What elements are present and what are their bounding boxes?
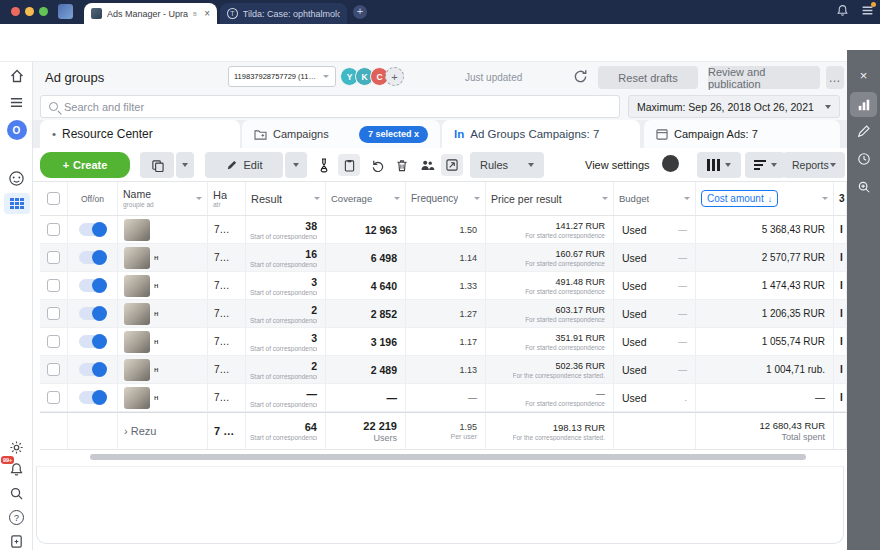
review-publication-button[interactable]: Review and publication [708, 66, 820, 89]
row-toggle-cell[interactable] [68, 300, 118, 327]
search-filter-field[interactable] [40, 95, 620, 118]
pages-icon[interactable] [0, 534, 33, 549]
col-ha[interactable]: Haatr [208, 182, 246, 215]
pin-chart-icon[interactable] [441, 154, 463, 176]
off-on-toggle[interactable] [79, 223, 106, 236]
tab-campaign-ads[interactable]: Campaign Ads: 7 [644, 120, 840, 148]
browser-tab-tilda[interactable]: T Tilda: Case: ophthalmolo [220, 3, 347, 24]
select-all-checkbox[interactable] [47, 192, 60, 205]
select-all-cell[interactable] [40, 182, 68, 215]
add-collaborator-button[interactable]: + [385, 67, 404, 86]
row-select-cell[interactable] [40, 356, 68, 383]
off-on-toggle[interactable] [79, 391, 106, 404]
table-row[interactable]: 7… 38Start of correspondence 12 963 1.50… [40, 216, 847, 244]
create-button[interactable]: + Create [40, 152, 130, 178]
col-name[interactable]: Namegroupie ad [118, 182, 208, 215]
selected-count-pill[interactable]: 7 selected x [359, 126, 428, 143]
account-dropdown[interactable]: 119837928757729 (11983792875772… [228, 66, 336, 87]
ab-test-flask-icon[interactable] [313, 154, 335, 176]
refresh-icon[interactable] [573, 69, 588, 84]
row-select-cell[interactable] [40, 328, 68, 355]
audience-people-icon[interactable] [416, 154, 438, 176]
clipboard-icon[interactable] [338, 154, 360, 176]
ads-table-icon-active[interactable] [0, 193, 33, 214]
col-budget[interactable]: Budget [614, 182, 696, 215]
chrome-menu-icon[interactable] [861, 4, 874, 17]
duplicate-caret-button[interactable] [176, 152, 194, 178]
col-coverage[interactable]: Coverage [326, 182, 406, 215]
pencil-icon[interactable] [847, 124, 880, 138]
row-checkbox[interactable] [47, 251, 60, 264]
row-checkbox[interactable] [47, 279, 60, 292]
account-avatar[interactable]: O [0, 120, 33, 140]
off-on-toggle[interactable] [79, 251, 106, 264]
zoom-search-icon[interactable] [847, 180, 880, 194]
row-select-cell[interactable] [40, 384, 68, 411]
row-toggle-cell[interactable] [68, 272, 118, 299]
breakdown-dropdown[interactable] [745, 152, 785, 178]
row-checkbox[interactable] [47, 223, 60, 236]
off-on-toggle[interactable] [79, 307, 106, 320]
reset-drafts-button[interactable]: Reset drafts [598, 66, 698, 89]
row-name-cell[interactable]: н [118, 244, 208, 271]
row-toggle-cell[interactable] [68, 328, 118, 355]
row-select-cell[interactable] [40, 244, 68, 271]
chart-icon-active[interactable] [847, 92, 880, 117]
col-off-on[interactable]: Off/on [68, 182, 118, 215]
row-name-cell[interactable]: н [118, 300, 208, 327]
col-result[interactable]: Result [246, 182, 326, 215]
browser-tab-ads-manager[interactable]: Ads Manager - Upra в × [84, 3, 217, 24]
tab-resource-center[interactable]: • Resource Center [40, 120, 240, 148]
home-icon[interactable] [0, 68, 33, 84]
table-row[interactable]: н 7… 16Start of correspondence 6 498 1.1… [40, 244, 847, 272]
row-checkbox[interactable] [47, 307, 60, 320]
col-price-per-result[interactable]: Price per result [486, 182, 614, 215]
off-on-toggle[interactable] [79, 335, 106, 348]
new-tab-button[interactable]: + [353, 5, 367, 19]
search-icon[interactable] [0, 486, 33, 501]
reports-dropdown[interactable]: Reports [783, 152, 845, 178]
menu-icon[interactable] [0, 96, 33, 109]
trash-icon[interactable] [391, 154, 413, 176]
tab-campaigns[interactable]: Campaigns 7 selected x [242, 120, 440, 148]
more-options-button[interactable]: … [826, 66, 844, 89]
col-frequency[interactable]: Frequency [406, 182, 486, 215]
off-on-toggle[interactable] [79, 279, 106, 292]
gear-icon[interactable] [0, 440, 33, 455]
traffic-light-close[interactable] [11, 7, 20, 16]
col-cost-amount-selected[interactable]: Cost amount↓ [696, 182, 834, 215]
traffic-light-minimize[interactable] [25, 7, 34, 16]
row-checkbox[interactable] [47, 363, 60, 376]
bell-icon[interactable] [0, 462, 33, 477]
edit-button[interactable]: Edit [205, 152, 283, 178]
undo-icon[interactable] [366, 154, 388, 176]
clock-icon[interactable] [847, 152, 880, 166]
row-name-cell[interactable]: н [118, 272, 208, 299]
duplicate-button[interactable] [140, 152, 174, 178]
edit-caret-button[interactable] [285, 152, 307, 178]
row-name-cell[interactable] [118, 216, 208, 243]
table-row[interactable]: н 7… 2Start of correspondence 2 852 1.27… [40, 300, 847, 328]
close-panel-icon[interactable]: × [847, 68, 880, 83]
row-name-cell[interactable]: н [118, 328, 208, 355]
row-select-cell[interactable] [40, 300, 68, 327]
notification-bell-icon[interactable] [836, 4, 849, 17]
table-row[interactable]: н 7… 3Start of correspondence 3 196 1.17… [40, 328, 847, 356]
rules-dropdown[interactable]: Rules [470, 152, 544, 178]
traffic-light-zoom[interactable] [39, 7, 48, 16]
table-row[interactable]: н 7… 3Start of correspondence 4 640 1.33… [40, 272, 847, 300]
row-checkbox[interactable] [47, 335, 60, 348]
row-toggle-cell[interactable] [68, 244, 118, 271]
search-input[interactable] [64, 101, 611, 113]
table-row[interactable]: н 7… —Start of correspondence — — —For s… [40, 384, 847, 412]
columns-dropdown[interactable] [697, 152, 741, 178]
date-range-dropdown[interactable]: Maximum: Sep 26, 2018 Oct 26, 2021 [628, 95, 840, 118]
help-icon[interactable]: ? [0, 510, 33, 525]
gauge-icon[interactable] [0, 170, 33, 187]
row-toggle-cell[interactable] [68, 356, 118, 383]
off-on-toggle[interactable] [79, 363, 106, 376]
row-name-cell[interactable]: н [118, 384, 208, 411]
row-toggle-cell[interactable] [68, 216, 118, 243]
row-select-cell[interactable] [40, 272, 68, 299]
table-row[interactable]: н 7… 2Start of correspondence 2 489 1.13… [40, 356, 847, 384]
